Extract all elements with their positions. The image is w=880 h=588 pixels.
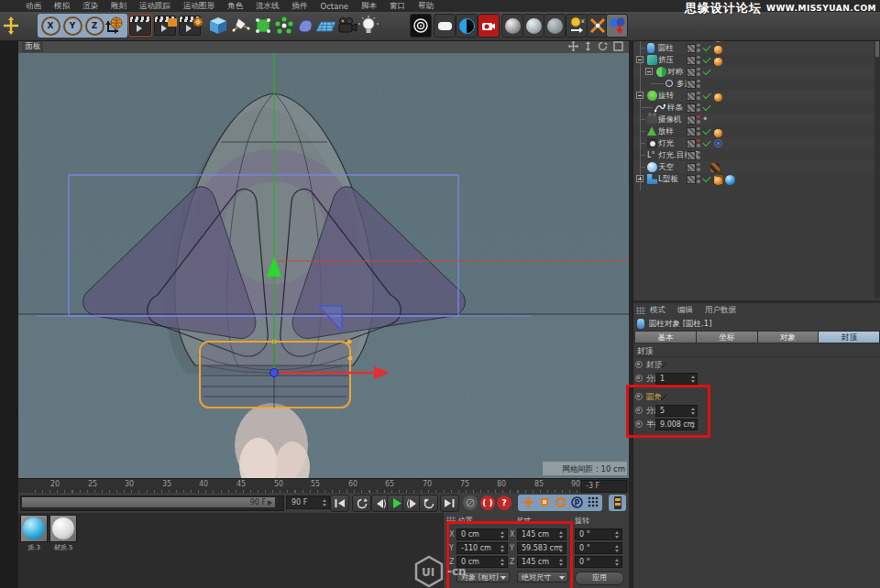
octane-material-3-icon[interactable] [544,14,566,38]
keyframe-circle[interactable] [635,393,643,400]
size-x-field[interactable]: 145 cm [517,528,566,540]
play-forwards-button[interactable] [419,495,438,512]
position-y-field[interactable]: -110 cm [456,542,508,554]
octane-objects-icon[interactable] [606,14,628,38]
parameter-key-icon[interactable]: P [571,496,583,510]
pla-key-icon[interactable] [588,496,599,509]
object-row-loft[interactable]: 放样 [633,125,880,137]
size-z-field[interactable]: 145 cm [517,556,566,568]
zoom-icon[interactable] [584,41,592,51]
sphere-material-tag[interactable] [725,175,735,185]
menu-help[interactable]: 帮助 [418,1,434,12]
tab-basic[interactable]: 基本 [634,331,697,343]
material-tag[interactable] [714,46,722,54]
octane-material-2-icon[interactable] [522,14,544,38]
timeline-end-spinner[interactable]: -3 F [581,480,627,493]
size-y-field[interactable]: 59.583 cm [517,542,566,554]
octane-live-viewer-icon[interactable] [410,14,432,38]
rotation-b-field[interactable]: 0 ° [575,556,622,568]
camera-active-icon[interactable]: ⌖ [703,115,710,123]
menu-window[interactable]: 窗口 [390,1,405,12]
material-tag[interactable] [714,129,722,137]
material-tag[interactable] [714,177,722,185]
am-menu-userdata[interactable]: 用户数据 [705,305,736,316]
material-tag[interactable] [714,93,722,102]
material-tile[interactable]: 材质.5 [50,515,77,551]
octane-material-1-icon[interactable] [501,14,523,38]
object-row-sky[interactable]: 天空 [633,161,880,173]
move-tool-icon[interactable] [0,14,22,38]
menu-motion-tracker[interactable]: 运动跟踪 [139,1,170,12]
material-tile[interactable]: 质.3 [20,515,48,551]
light-object-icon[interactable] [358,14,380,38]
target-tag[interactable] [714,139,722,147]
floor-object-icon[interactable] [315,14,337,38]
size-mode-dropdown[interactable]: 绝对尺寸 [517,572,568,583]
object-row-spline[interactable]: 样条 [633,102,880,114]
keyframe-circle[interactable] [635,375,643,382]
keyframe-circle[interactable] [635,420,643,428]
menu-pipeline[interactable]: 流水线 [256,1,280,12]
apply-button[interactable]: 应用 [575,572,624,585]
menu-script[interactable]: 脚本 [361,1,377,12]
render-view-icon[interactable] [129,14,151,38]
menu-plugins[interactable]: 插件 [292,1,308,12]
object-row-cylinder[interactable]: 圆柱 [633,42,880,54]
object-manager-scrollbar[interactable] [874,24,880,299]
autokey-button[interactable]: ( ) [480,495,495,510]
menu-character[interactable]: 角色 [227,1,243,12]
menu-octane[interactable]: Octane [321,2,349,11]
rotation-key-icon[interactable] [555,496,566,510]
subdivision-surface-icon[interactable] [252,14,274,38]
menu-mograph[interactable]: 运动图形 [183,1,214,12]
object-row-symmetry[interactable]: 对称 [633,66,880,78]
am-menu-mode[interactable]: 模式 [650,305,666,316]
record-keyframe-button[interactable] [463,495,478,510]
octane-region-icon[interactable] [434,14,456,38]
array-generator-icon[interactable] [273,14,295,38]
octane-balance-icon[interactable] [456,14,478,38]
menu-animation[interactable]: 动画 [26,1,41,12]
object-row-camera[interactable]: 摄像机 ⌖ [633,114,880,125]
am-menu-edit[interactable]: 编辑 [677,305,693,316]
viewport-menu-panel[interactable]: 面板 [22,41,43,52]
rotation-p-field[interactable]: 0 ° [575,542,622,554]
collapse-expander[interactable] [636,92,644,99]
tab-coordinates[interactable]: 坐标 [697,331,758,343]
panel-grip[interactable] [636,307,645,314]
z-axis-lock-icon[interactable]: Z [83,14,105,38]
menu-sculpt[interactable]: 雕刻 [111,1,126,12]
timeline-mode-icon[interactable] [609,495,626,511]
timeline-range-slider[interactable]: 90 F [20,495,284,511]
spline-pen-icon[interactable] [230,14,252,38]
object-row-lboard[interactable]: L型板 [633,173,880,185]
object-origin-point[interactable] [270,369,279,377]
keyframe-selection-button[interactable]: ? [497,495,512,510]
pan-icon[interactable] [568,41,578,51]
play-backwards-button[interactable] [352,495,371,512]
fillet-radius-field[interactable]: 9.008 cm [655,419,698,430]
y-axis-lock-icon[interactable]: Y [61,14,83,38]
object-row-lathe[interactable]: 旋转 [633,90,880,102]
object-row-light[interactable]: 灯光 [633,137,880,149]
object-row-extrude[interactable]: 挤压 [633,54,880,66]
panel-grip[interactable] [446,517,456,524]
goto-start-button[interactable] [330,495,349,512]
coordinate-system-icon[interactable] [104,14,126,38]
tab-caps[interactable]: 封顶 [819,331,880,343]
collapse-expander[interactable] [645,68,653,75]
object-row-light-target[interactable]: L° 灯光.目标.1 [633,149,880,161]
keyframe-circle[interactable] [635,361,643,368]
camera-object-icon[interactable] [336,14,358,38]
octane-daylight-icon[interactable]: XYZ [566,14,588,38]
maximize-icon[interactable] [613,41,623,51]
expand-expander[interactable] [636,175,644,182]
material-tag[interactable] [714,58,722,66]
texture-tag[interactable] [710,163,720,172]
collapse-expander[interactable] [636,56,644,63]
cap-segments-field[interactable]: 1 [655,373,698,385]
goto-end-button[interactable] [440,495,459,512]
position-x-field[interactable]: 0 cm [456,528,508,540]
object-row-polygon[interactable]: 多边 [633,78,880,90]
cube-primitive-icon[interactable] [207,14,229,38]
